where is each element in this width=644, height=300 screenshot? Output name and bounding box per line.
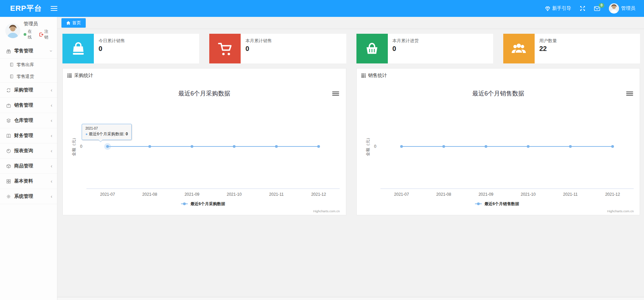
panel-title: 销售统计 <box>368 73 387 79</box>
svg-text:最近6个月采购数据: 最近6个月采购数据 <box>190 201 225 206</box>
shopping-bag-icon <box>62 34 94 63</box>
th-grid-icon <box>361 74 366 78</box>
sidebar-subitem-retail-outbound[interactable]: 零售出库 <box>0 59 57 71</box>
highcharts-credit[interactable]: Highcharts.com.cn <box>607 209 634 213</box>
svg-text:2021-12: 2021-12 <box>605 192 620 197</box>
home-icon <box>66 21 71 25</box>
svg-text:2021-12: 2021-12 <box>311 192 326 197</box>
sidebar-menu: 零售管理 › 零售出库 <box>0 44 57 204</box>
stat-value: 0 <box>245 45 272 53</box>
grid-icon <box>6 179 11 184</box>
svg-text:最近6个月销售数据: 最近6个月销售数据 <box>484 201 519 206</box>
chevron-left-icon: ‹ <box>51 148 52 154</box>
sidebar-item-label: 零售管理 <box>14 48 33 54</box>
chart-context-menu[interactable] <box>626 91 633 96</box>
sidebar-item-products[interactable]: 商品管理 ‹ <box>0 159 57 174</box>
app-brand: ERP平台 <box>0 3 51 13</box>
chevron-left-icon: ‹ <box>51 194 52 199</box>
sidebar-toggle-icon[interactable] <box>51 5 57 12</box>
messages-button[interactable]: 0 <box>594 6 600 11</box>
chevron-left-icon: ‹ <box>51 163 52 169</box>
svg-text:2021-09: 2021-09 <box>478 192 493 197</box>
legend-item[interactable]: 最近6个月销售数据 <box>475 201 519 206</box>
sidebar-user-name: 管理员 <box>24 21 52 27</box>
svg-text:2021-08: 2021-08 <box>436 192 451 197</box>
stat-label: 本月累计销售 <box>245 38 272 44</box>
svg-text:2021-11: 2021-11 <box>563 192 578 197</box>
logout-icon <box>39 32 44 37</box>
gear-icon <box>6 194 11 199</box>
online-status-dot <box>24 33 26 36</box>
sales-chart: 最近6个月销售数据2021-072021-082021-092021-10202… <box>357 83 640 215</box>
user-avatar <box>609 3 619 13</box>
document-icon <box>9 62 14 67</box>
sidebar-item-label: 报表查询 <box>14 148 33 154</box>
guide-button[interactable]: 新手引导 <box>545 5 571 11</box>
pie-chart-icon <box>6 148 11 154</box>
book-icon <box>6 133 11 138</box>
chart-context-menu[interactable] <box>332 91 339 96</box>
refresh-icon <box>6 88 11 93</box>
sidebar-item-basic-data[interactable]: 基本资料 ‹ <box>0 174 57 189</box>
message-count-badge: 0 <box>599 3 604 8</box>
layers-icon <box>6 118 11 123</box>
guide-label: 新手引导 <box>552 5 571 11</box>
sidebar-avatar <box>5 23 20 38</box>
sidebar-subitem-label: 零售退货 <box>17 74 34 80</box>
stat-value: 0 <box>99 45 125 53</box>
cart-icon <box>209 34 241 63</box>
stat-card-month-sales: 本月累计销售 0 <box>209 34 346 63</box>
sidebar-item-retail[interactable]: 零售管理 › <box>0 44 57 59</box>
stat-cards-row: 今日累计销售 0 本月累计销售 0 <box>57 29 644 63</box>
main-content: 首页 今日累计销售 0 <box>57 17 644 300</box>
stat-value: 0 <box>393 45 419 53</box>
chevron-left-icon: ‹ <box>51 103 52 108</box>
purchase-chart: 最近6个月采购数据2021-072021-082021-092021-10202… <box>63 83 346 215</box>
sidebar-item-purchase[interactable]: 采购管理 ‹ <box>0 83 57 98</box>
logout-label: 注销 <box>44 29 52 40</box>
stat-label: 用户数量 <box>539 38 557 44</box>
svg-text:金额（元）: 金额（元） <box>72 136 76 156</box>
sidebar-item-sales[interactable]: 销售管理 ‹ <box>0 98 57 113</box>
svg-text:2021-10: 2021-10 <box>227 192 242 197</box>
svg-text:2021-09: 2021-09 <box>185 192 199 197</box>
sidebar-subitem-retail-return[interactable]: 零售退货 <box>0 71 57 82</box>
user-menu[interactable]: 管理员 <box>609 3 635 13</box>
highcharts-credit[interactable]: Highcharts.com.cn <box>313 209 340 213</box>
chevron-left-icon: ‹ <box>51 87 52 93</box>
purchase-stats-panel: 采购统计 最近6个月采购数据2021-072021-082021-092021-… <box>62 68 346 215</box>
stat-label: 今日累计销售 <box>99 38 125 44</box>
stat-card-today-sales: 今日累计销售 0 <box>62 34 199 63</box>
document-icon <box>9 74 14 79</box>
sidebar-item-finance[interactable]: 财务管理 ‹ <box>0 128 57 143</box>
breadcrumb: 首页 <box>57 17 644 29</box>
stat-card-month-purchase: 本月累计进货 0 <box>356 34 493 63</box>
briefcase-icon <box>6 103 11 108</box>
tab-home[interactable]: 首页 <box>61 18 86 28</box>
svg-text:最近6个月采购数据: 最近6个月采购数据 <box>178 90 230 97</box>
panel-title: 采购统计 <box>74 73 93 79</box>
legend-item[interactable]: 最近6个月采购数据 <box>181 201 225 206</box>
gem-icon <box>545 6 550 11</box>
sidebar-item-label: 采购管理 <box>14 87 33 93</box>
fullscreen-button[interactable] <box>580 6 585 11</box>
sidebar-item-label: 仓库管理 <box>14 117 33 124</box>
top-navbar: ERP平台 新手引导 <box>0 0 644 17</box>
chevron-left-icon: ‹ <box>51 118 52 123</box>
stat-label: 本月累计进货 <box>393 38 419 44</box>
basket-icon <box>356 34 388 63</box>
sidebar-item-label: 财务管理 <box>14 133 33 139</box>
logout-button[interactable]: 注销 <box>39 29 52 40</box>
sidebar-item-warehouse[interactable]: 仓库管理 ‹ <box>0 113 57 128</box>
sidebar-item-label: 基本资料 <box>14 178 33 184</box>
sidebar-item-reports[interactable]: 报表查询 ‹ <box>0 143 57 159</box>
sales-stats-panel: 销售统计 最近6个月销售数据2021-072021-082021-092021-… <box>356 68 640 215</box>
sidebar-item-system[interactable]: 系统管理 ‹ <box>0 189 57 204</box>
users-icon <box>503 34 535 63</box>
svg-text:0: 0 <box>80 144 82 149</box>
online-status-label: 在线 <box>28 29 36 40</box>
svg-text:2021-08: 2021-08 <box>142 192 157 197</box>
sidebar-item-label: 销售管理 <box>14 102 33 108</box>
footer-divider <box>57 297 644 300</box>
svg-text:金额（元）: 金额（元） <box>366 136 370 156</box>
